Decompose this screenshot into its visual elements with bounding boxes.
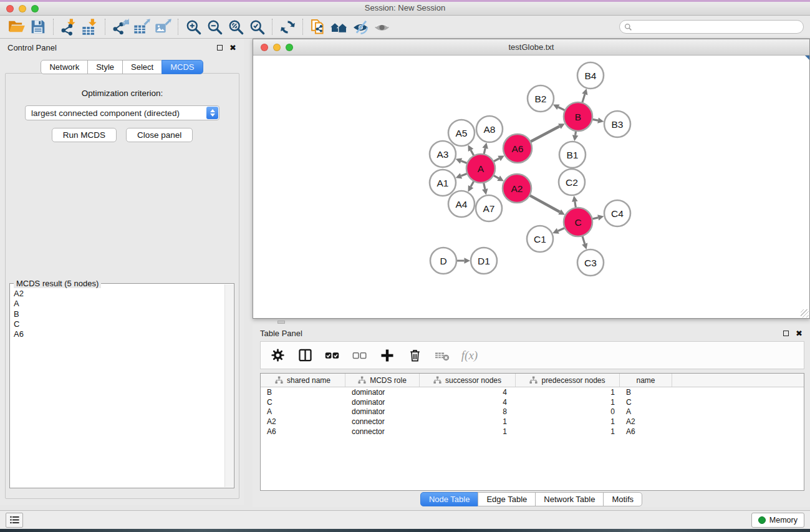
graph-node-label: B1: [567, 150, 579, 160]
table-cell: 1: [516, 417, 620, 426]
table-cell: 1: [516, 388, 620, 397]
open-file-icon[interactable]: [6, 17, 27, 37]
graph-edge-arrowhead: [572, 196, 577, 202]
graph-node-label: A8: [484, 124, 496, 135]
control-panel-tabs: Network Style Select MCDS: [0, 60, 244, 74]
delete-column-trash-icon[interactable]: [405, 346, 424, 365]
refresh-icon[interactable]: [277, 17, 298, 37]
control-panel-header: Control Panel ✖: [0, 39, 244, 56]
home-networks-icon[interactable]: [329, 17, 350, 37]
float-panel-icon[interactable]: [217, 45, 223, 51]
delete-table-icon[interactable]: [433, 346, 451, 365]
mcds-result-item[interactable]: A6: [11, 329, 224, 339]
mcds-result-title: MCDS result (5 nodes): [14, 279, 101, 288]
zoom-in-icon[interactable]: [183, 17, 204, 37]
tab-network-table[interactable]: Network Table: [535, 492, 604, 506]
show-column-panel-icon[interactable]: [296, 346, 314, 365]
search-input[interactable]: [635, 22, 799, 31]
zoom-window-button[interactable]: [31, 5, 39, 12]
table-cell: 1: [420, 427, 516, 436]
select-all-columns-icon[interactable]: [323, 346, 342, 365]
float-table-panel-icon[interactable]: [783, 331, 789, 336]
mcds-result-item[interactable]: A: [11, 299, 224, 309]
corner-marker-icon: [805, 56, 809, 60]
eye-icon[interactable]: [371, 17, 392, 37]
graph-node-label: B4: [585, 70, 597, 81]
task-history-button[interactable]: [6, 513, 23, 528]
tab-mcds[interactable]: MCDS: [162, 60, 203, 74]
run-mcds-button[interactable]: Run MCDS: [52, 128, 117, 142]
close-window-button[interactable]: [6, 5, 14, 12]
column-header-successor-nodes[interactable]: successor nodes: [420, 374, 516, 387]
mcds-result-item[interactable]: C: [11, 319, 224, 329]
column-tree-icon: [275, 376, 283, 384]
close-panel-button[interactable]: Close panel: [126, 128, 193, 142]
mcds-result-item[interactable]: A2: [11, 289, 224, 299]
close-panel-icon[interactable]: ✖: [229, 44, 236, 52]
close-table-panel-icon[interactable]: ✖: [796, 329, 803, 337]
table-cell: dominator: [345, 388, 420, 397]
tab-edge-table[interactable]: Edge Table: [478, 492, 536, 506]
table-panel-title: Table Panel: [260, 329, 302, 338]
horizontal-scrollbar-thumb[interactable]: [277, 321, 285, 324]
table-cell: C: [261, 398, 345, 407]
table-row[interactable]: Bdominator41B: [261, 387, 804, 397]
column-header-predecessor-nodes[interactable]: predecessor nodes: [516, 374, 620, 387]
column-tree-icon: [529, 376, 538, 384]
column-header-shared-name[interactable]: shared name: [261, 374, 345, 387]
mcds-result-item[interactable]: B: [11, 309, 224, 319]
criterion-value: largest connected component (directed): [26, 109, 180, 118]
zoom-selected-icon[interactable]: [246, 17, 268, 37]
minimize-window-button[interactable]: [19, 5, 26, 12]
graph-edge-arrowhead: [572, 135, 578, 141]
table-cell: 1: [420, 417, 516, 426]
table-settings-gear-icon[interactable]: [268, 346, 287, 365]
column-header-mcds-role[interactable]: MCDS role: [345, 374, 420, 387]
result-scrollbar[interactable]: [224, 284, 233, 487]
graph-node-label: A6: [512, 143, 524, 154]
column-header-name[interactable]: name: [620, 374, 672, 387]
select-stepper-icon: [206, 107, 218, 119]
zoom-network-window-button[interactable]: [286, 44, 293, 51]
tab-style[interactable]: Style: [87, 60, 123, 74]
function-builder-icon[interactable]: f(x): [460, 346, 479, 365]
graph-node-label: C3: [584, 258, 597, 268]
save-session-icon[interactable]: [27, 17, 49, 37]
graph-edge[interactable]: [528, 195, 559, 212]
search-icon: [624, 23, 632, 31]
zoom-fit-icon[interactable]: [225, 17, 246, 37]
table-cell: dominator: [345, 407, 420, 416]
table-cell: B: [261, 388, 345, 397]
import-table-icon[interactable]: [79, 17, 100, 37]
clone-network-icon[interactable]: [307, 17, 329, 37]
export-network-icon[interactable]: [110, 17, 131, 37]
resize-grip-icon[interactable]: [801, 309, 809, 317]
network-canvas[interactable]: B4B2BB3A5A8A6B1A3AC2A1A2A4A7C4CC1C3DD1: [253, 56, 809, 318]
close-network-window-button[interactable]: [261, 44, 268, 51]
tab-select[interactable]: Select: [122, 60, 162, 74]
deselect-all-columns-icon[interactable]: [350, 346, 369, 365]
graph-edge[interactable]: [529, 127, 560, 143]
export-table-icon[interactable]: [131, 17, 152, 37]
table-row[interactable]: Adominator80A: [261, 407, 804, 417]
table-row[interactable]: Cdominator41C: [261, 397, 804, 407]
table-row[interactable]: A6connector11A6: [261, 427, 804, 437]
memory-button[interactable]: Memory: [751, 513, 804, 528]
zoom-out-icon[interactable]: [204, 17, 225, 37]
add-column-icon[interactable]: [378, 346, 397, 365]
hide-eye-icon[interactable]: [350, 17, 371, 37]
graph-node-label: B3: [612, 119, 624, 130]
toolbar-separator: [178, 19, 178, 35]
node-table: shared name MCDS role successor nodes pr…: [260, 373, 804, 491]
tab-node-table[interactable]: Node Table: [420, 492, 479, 506]
workspace: Control Panel ✖ Network Style Select MCD…: [0, 39, 810, 510]
import-network-icon[interactable]: [58, 17, 79, 37]
tab-motifs[interactable]: Motifs: [603, 492, 642, 506]
table-row[interactable]: A2connector11A2: [261, 417, 804, 427]
export-image-icon[interactable]: [152, 17, 173, 37]
minimize-network-window-button[interactable]: [273, 44, 281, 51]
tab-network[interactable]: Network: [41, 60, 88, 74]
status-bar: Memory: [0, 510, 810, 529]
criterion-select[interactable]: largest connected component (directed): [25, 105, 219, 120]
column-tree-icon: [433, 376, 441, 384]
